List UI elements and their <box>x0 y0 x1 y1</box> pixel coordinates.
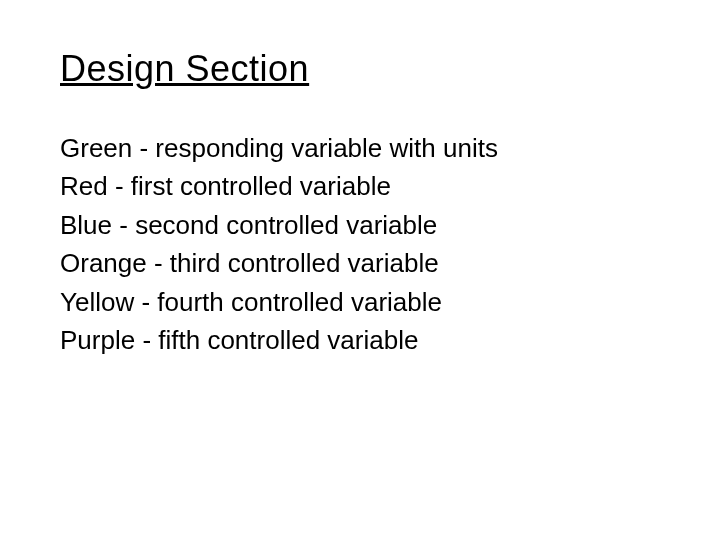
list-item: Blue - second controlled variable <box>60 207 660 243</box>
list-item: Red - first controlled variable <box>60 168 660 204</box>
variable-list: Green - responding variable with units R… <box>60 130 660 358</box>
page-title: Design Section <box>60 48 660 90</box>
list-item: Green - responding variable with units <box>60 130 660 166</box>
list-item: Orange - third controlled variable <box>60 245 660 281</box>
list-item: Yellow - fourth controlled variable <box>60 284 660 320</box>
list-item: Purple - fifth controlled variable <box>60 322 660 358</box>
